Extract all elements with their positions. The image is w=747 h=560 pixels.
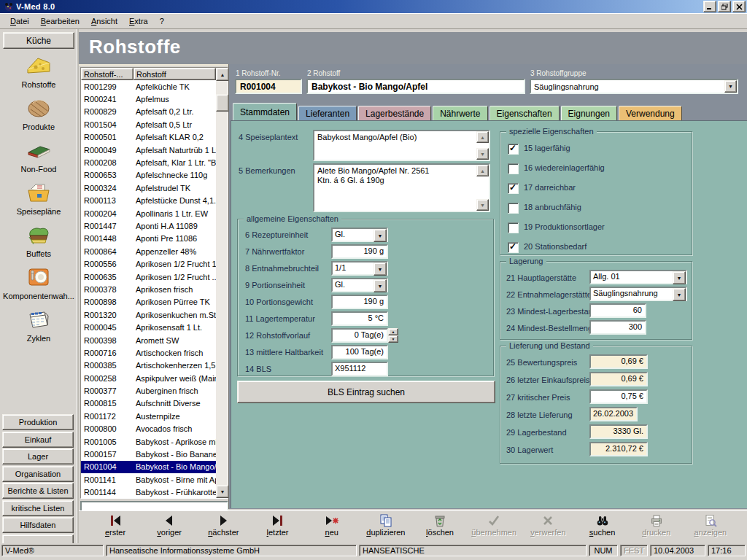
field-input[interactable]: 0 Tag(e) — [331, 328, 388, 343]
table-row[interactable]: R000113 Apfelstücke Dunst 4,1... — [81, 195, 216, 207]
table-row[interactable]: R000398 Aromett SW — [81, 334, 216, 346]
checkbox[interactable] — [508, 183, 519, 194]
sidebar-group-button[interactable]: kritische Listen — [2, 500, 74, 516]
table-row[interactable]: R000157 Babykost - Bio Banane... — [81, 448, 216, 460]
table-row[interactable]: R000864 Appenzeller 48% — [81, 245, 216, 257]
minimize-button[interactable] — [703, 1, 716, 12]
table-row[interactable]: R001144 Babykost - Frühkarotten — [81, 486, 216, 499]
checkbox[interactable] — [508, 203, 519, 214]
column-header-id[interactable]: Rohstoff-... — [81, 68, 133, 80]
table-row[interactable]: R000378 Aprikosen frisch — [81, 283, 216, 295]
close-button[interactable] — [732, 1, 746, 12]
chevron-down-icon[interactable]: ▼ — [374, 262, 387, 276]
table-row[interactable]: R000241 Apfelmus — [81, 93, 216, 105]
chevron-down-icon[interactable]: ▼ — [724, 80, 737, 93]
table-row[interactable]: R001504 Apfelsaft 0,5 Ltr — [81, 118, 216, 131]
field-input[interactable]: 60 — [589, 303, 646, 318]
table-row[interactable]: R000898 Aprikosen Pürree TK — [81, 296, 216, 308]
table-row[interactable]: R000829 Apfelsaft 0,2 Ltr. — [81, 106, 216, 118]
tab[interactable]: Stammdaten — [233, 103, 297, 120]
table-row[interactable]: R000385 Artischokenherzen 1,5... — [81, 359, 216, 372]
table-row[interactable]: R001172 Austernpilze — [81, 410, 216, 422]
table-row[interactable]: R000556 Aprikosen 1/2 Frucht 1... — [81, 257, 216, 270]
sidebar-group-button[interactable]: Einkauf — [2, 432, 74, 448]
table-row[interactable]: R000045 Aprikosensaft 1 Lt. — [81, 321, 216, 333]
list-scrollbar[interactable]: ▲ ▼ — [216, 68, 228, 498]
scroll-up-icon[interactable]: ▲ — [476, 131, 489, 143]
sidebar-item[interactable]: Rohstoffe — [0, 53, 77, 89]
table-row[interactable]: R000049 Apfelsaft Naturtrüb 1 Ltr. — [81, 144, 216, 156]
table-row[interactable]: R000208 Apfelsaft, Klar 1 Ltr. "B... — [81, 156, 216, 168]
quantity-stepper[interactable]: ▲▼ — [388, 328, 398, 343]
table-row[interactable]: R001448 Aponti Pre 11086 — [81, 233, 216, 245]
sidebar-group-button[interactable]: Lager — [2, 448, 74, 464]
tab[interactable]: Nährwerte — [433, 106, 487, 120]
scroll-down-icon[interactable]: ▼ — [216, 485, 229, 498]
sidebar-group-button[interactable]: Produktion — [2, 414, 74, 430]
toolbar-button[interactable]: duplizieren — [361, 513, 411, 542]
toolbar-button[interactable]: löschen — [415, 513, 465, 542]
menu-item[interactable]: ? — [154, 15, 170, 28]
speiseplantext-area[interactable]: Babykost Mango/Apfel (Bio) ▲ ▼ — [313, 130, 490, 161]
field-input[interactable]: 5 °C — [331, 311, 388, 326]
menu-item[interactable]: Extra — [123, 15, 154, 28]
field-input[interactable]: 190 g — [331, 295, 388, 309]
scroll-down-icon[interactable]: ▼ — [476, 199, 489, 211]
sidebar-group-button[interactable]: Berichte & Listen — [2, 483, 74, 499]
menu-item[interactable]: Ansicht — [85, 15, 123, 28]
tab[interactable]: Eignungen — [561, 106, 617, 120]
field-input[interactable]: 190 g — [331, 244, 388, 259]
sidebar-group-button[interactable]: Hilfsdaten — [2, 517, 74, 533]
chevron-down-icon[interactable]: ▼ — [673, 288, 686, 301]
table-row[interactable]: R001004 Babykost - Bio Mango/... — [81, 461, 216, 473]
table-row[interactable]: R001447 Aponti H.A 11089 — [81, 219, 216, 232]
field-input[interactable]: 100 Tag(e) — [331, 345, 388, 359]
table-row[interactable]: R000800 Avocados frisch — [81, 423, 216, 435]
scroll-down-icon[interactable]: ▼ — [476, 148, 489, 160]
sidebar-item[interactable]: Non-Food — [0, 138, 77, 174]
checkbox[interactable] — [508, 242, 519, 253]
toolbar-button[interactable]: suchen — [578, 513, 627, 542]
chevron-down-icon[interactable]: ▼ — [374, 229, 387, 242]
toolbar-button[interactable]: erster — [90, 513, 140, 542]
checkbox[interactable] — [508, 144, 519, 155]
sidebar-group-kueche[interactable]: Küche — [3, 32, 74, 49]
table-row[interactable]: R000653 Apfelschnecke 110g — [81, 169, 216, 182]
checkbox[interactable] — [508, 163, 519, 174]
toolbar-button[interactable]: nächster — [198, 513, 248, 542]
tab[interactable]: Verwendung — [619, 106, 682, 120]
table-row[interactable]: R000716 Artischocken frisch — [81, 346, 216, 359]
sidebar-item[interactable]: Produkte — [0, 96, 77, 131]
chevron-down-icon[interactable]: ▼ — [673, 271, 686, 284]
toolbar-button[interactable]: neu — [307, 513, 357, 542]
table-row[interactable]: R001141 Babykost - Birne mit Ap... — [81, 473, 216, 486]
menu-item[interactable]: Bearbeiten — [35, 15, 85, 28]
toolbar-button[interactable]: letzter — [253, 513, 303, 542]
column-header-name[interactable]: Rohstoff — [133, 68, 216, 80]
table-row[interactable]: R000501 Apfelsaft KLAR 0,2 — [81, 131, 216, 144]
table-row[interactable]: R000377 Auberginen frisch — [81, 384, 216, 397]
menu-item[interactable]: Datei — [4, 15, 35, 28]
sidebar-item[interactable]: Zyklen — [0, 307, 77, 343]
field-input[interactable]: 300 — [589, 320, 646, 335]
restore-button[interactable] — [718, 1, 731, 12]
field-input[interactable]: X951112 — [331, 362, 388, 376]
chevron-down-icon[interactable]: ▼ — [374, 279, 387, 292]
tab[interactable]: Eigenschaften — [489, 106, 560, 120]
bemerkungen-area[interactable]: Alete Bio Mango/Apfel Nr. 2561 Ktn. á 6 … — [313, 163, 490, 212]
sidebar-item[interactable]: Speisepläne — [0, 180, 77, 216]
sidebar-item[interactable]: Buffets — [0, 222, 77, 258]
rohstoffgruppe-combo[interactable]: Säuglingsnahrung ▼ — [530, 79, 738, 94]
table-row[interactable]: R000258 Aspikpulver weiß (Main... — [81, 372, 216, 384]
scroll-up-icon[interactable]: ▲ — [216, 68, 229, 81]
scrollbar-thumb[interactable] — [216, 94, 229, 112]
table-row[interactable]: R001320 Aprikosenkuchen m.Str... — [81, 308, 216, 321]
table-row[interactable]: R001299 Apfelküchle TK — [81, 80, 216, 93]
tab[interactable]: Lieferanten — [298, 106, 357, 120]
checkbox[interactable] — [508, 222, 519, 233]
rohstoff-name-field[interactable]: Babykost - Bio Mango/Apfel — [306, 79, 525, 94]
table-row[interactable]: R000324 Apfelstrudel TK — [81, 182, 216, 194]
bls-search-button[interactable]: BLS Eintrag suchen — [237, 381, 495, 403]
sidebar-group-button[interactable]: Organisation — [2, 466, 74, 482]
scroll-up-icon[interactable]: ▲ — [476, 165, 489, 176]
